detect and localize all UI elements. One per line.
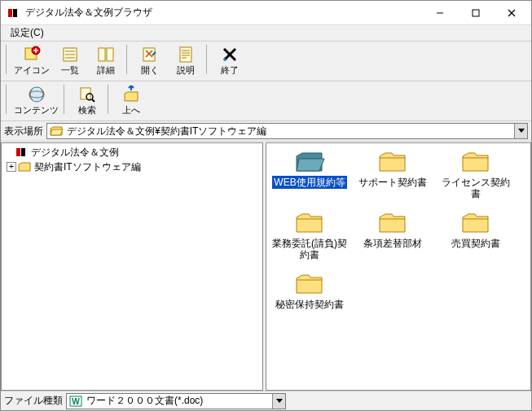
description-icon bbox=[177, 46, 195, 63]
maximize-button[interactable] bbox=[458, 2, 494, 24]
svg-rect-30 bbox=[21, 148, 25, 156]
exit-icon bbox=[221, 46, 239, 63]
chevron-down-icon bbox=[276, 399, 283, 404]
svg-rect-3 bbox=[473, 10, 479, 16]
description-label: 説明 bbox=[177, 64, 195, 77]
folder-item[interactable]: 業務委託(請負)契約書 bbox=[270, 211, 350, 262]
folder-open-icon bbox=[49, 125, 64, 138]
contents-icon bbox=[28, 85, 46, 103]
filetype-dropdown-button[interactable] bbox=[272, 394, 285, 409]
statusbar: ファイル種類 W ワード２０００文書(*.doc) bbox=[1, 391, 531, 410]
list-view-icon bbox=[61, 46, 79, 63]
folder-closed-icon bbox=[294, 272, 325, 296]
address-combo[interactable]: デジタル法令＆文例¥契約書ITソフトウェア編 bbox=[46, 123, 528, 139]
folder-item[interactable]: ライセンス契約書 bbox=[436, 150, 516, 201]
up-button[interactable]: 上へ bbox=[114, 83, 148, 119]
folder-item[interactable]: WEB使用規約等 bbox=[270, 150, 350, 201]
search-button[interactable]: 検索 bbox=[70, 83, 104, 119]
open-icon bbox=[141, 46, 159, 63]
detail-view-button[interactable]: 詳細 bbox=[89, 43, 123, 79]
app-window: デジタル法令＆文例ブラウザ 設定(C) アイコン 一覧 詳細 bbox=[0, 0, 532, 411]
folder-closed-icon bbox=[460, 211, 491, 235]
icon-view-label: アイコン bbox=[14, 64, 50, 77]
svg-rect-17 bbox=[180, 47, 191, 62]
icon-view-icon bbox=[23, 46, 41, 63]
open-button[interactable]: 開く bbox=[133, 43, 167, 79]
toolbar-sep-3 bbox=[64, 85, 67, 114]
address-bar: 表示場所 デジタル法令＆文例¥契約書ITソフトウェア編 bbox=[1, 121, 531, 142]
contents-button[interactable]: コンテンツ bbox=[12, 83, 60, 119]
tree-root[interactable]: デジタル法令＆文例 bbox=[3, 145, 261, 160]
tree-spacer bbox=[3, 147, 13, 157]
detail-view-label: 詳細 bbox=[97, 64, 115, 77]
tree-panel[interactable]: デジタル法令＆文例 + 契約書ITソフトウェア編 bbox=[1, 142, 263, 391]
exit-button[interactable]: 終了 bbox=[213, 43, 247, 79]
chevron-down-icon bbox=[518, 129, 525, 133]
svg-text:W: W bbox=[72, 397, 80, 406]
search-label: 検索 bbox=[78, 104, 96, 116]
open-label: 開く bbox=[141, 64, 159, 77]
app-logo-icon bbox=[7, 7, 20, 20]
word-doc-icon: W bbox=[68, 395, 83, 408]
svg-rect-14 bbox=[99, 48, 105, 61]
folder-item[interactable]: 条項差替部材 bbox=[353, 211, 433, 262]
folder-label: 業務委託(請負)契約書 bbox=[270, 237, 350, 262]
toolbar-main: アイコン 一覧 詳細 開く 説明 bbox=[1, 42, 531, 81]
address-path: デジタル法令＆文例¥契約書ITソフトウェア編 bbox=[65, 125, 514, 138]
folder-list-panel[interactable]: WEB使用規約等サポート契約書ライセンス契約書業務委託(請負)契約書条項差替部材… bbox=[266, 142, 531, 391]
toolbar-nav: コンテンツ 検索 上へ bbox=[1, 81, 531, 121]
toolbar-sep-2 bbox=[206, 45, 209, 74]
folder-label: ライセンス契約書 bbox=[436, 176, 516, 201]
contents-label: コンテンツ bbox=[14, 104, 59, 116]
folder-closed-icon bbox=[377, 211, 408, 235]
menubar: 設定(C) bbox=[1, 25, 531, 42]
folder-label: 条項差替部材 bbox=[362, 237, 424, 250]
window-title: デジタル法令＆文例ブラウザ bbox=[25, 6, 422, 20]
toolbar-sep-1 bbox=[126, 45, 130, 74]
tree-child-1[interactable]: + 契約書ITソフトウェア編 bbox=[3, 160, 261, 174]
menu-settings[interactable]: 設定(C) bbox=[6, 24, 49, 42]
folder-item[interactable]: サポート契約書 bbox=[353, 150, 433, 201]
titlebar: デジタル法令＆文例ブラウザ bbox=[1, 1, 531, 25]
exit-label: 終了 bbox=[221, 64, 239, 77]
up-label: 上へ bbox=[122, 104, 140, 116]
svg-line-28 bbox=[92, 99, 95, 102]
filetype-value: ワード２０００文書(*.doc) bbox=[85, 394, 272, 408]
folder-item[interactable]: 売買契約書 bbox=[436, 211, 516, 262]
filetype-label: ファイル種類 bbox=[4, 394, 63, 408]
app-logo-icon bbox=[15, 146, 28, 158]
filetype-combo[interactable]: W ワード２０００文書(*.doc) bbox=[66, 393, 286, 409]
folder-label: 秘密保持契約書 bbox=[274, 298, 345, 311]
folder-closed-icon bbox=[18, 161, 31, 173]
folder-closed-icon bbox=[294, 211, 325, 235]
address-label: 表示場所 bbox=[4, 125, 43, 138]
search-icon bbox=[78, 85, 96, 103]
folder-closed-icon bbox=[460, 150, 491, 174]
folder-closed-icon bbox=[377, 150, 408, 174]
toolbar-sep-4 bbox=[108, 85, 111, 114]
up-icon bbox=[122, 85, 140, 103]
address-dropdown-button[interactable] bbox=[514, 124, 527, 138]
tree-expand-button[interactable]: + bbox=[7, 162, 16, 172]
svg-rect-1 bbox=[13, 9, 17, 17]
minimize-button[interactable] bbox=[422, 2, 458, 24]
folder-label: 売買契約書 bbox=[450, 237, 502, 250]
svg-point-24 bbox=[29, 87, 44, 102]
list-view-label: 一覧 bbox=[61, 64, 79, 77]
main-area: デジタル法令＆文例 + 契約書ITソフトウェア編 WEB使用規約等サポート契約書… bbox=[1, 142, 531, 391]
folder-open-icon bbox=[294, 150, 325, 174]
detail-view-icon bbox=[97, 46, 115, 63]
svg-rect-29 bbox=[16, 148, 20, 156]
folder-label: WEB使用規約等 bbox=[272, 176, 346, 189]
toolbar-grip bbox=[6, 45, 9, 74]
close-button[interactable] bbox=[494, 2, 530, 24]
folder-item[interactable]: 秘密保持契約書 bbox=[270, 272, 350, 311]
svg-rect-15 bbox=[107, 48, 113, 61]
tree-root-label: デジタル法令＆文例 bbox=[29, 146, 121, 160]
toolbar-grip-2 bbox=[6, 85, 9, 114]
description-button[interactable]: 説明 bbox=[169, 43, 203, 79]
icon-view-button[interactable]: アイコン bbox=[12, 43, 51, 79]
svg-rect-0 bbox=[8, 9, 12, 17]
list-view-button[interactable]: 一覧 bbox=[53, 43, 87, 79]
folder-label: サポート契約書 bbox=[357, 176, 429, 189]
